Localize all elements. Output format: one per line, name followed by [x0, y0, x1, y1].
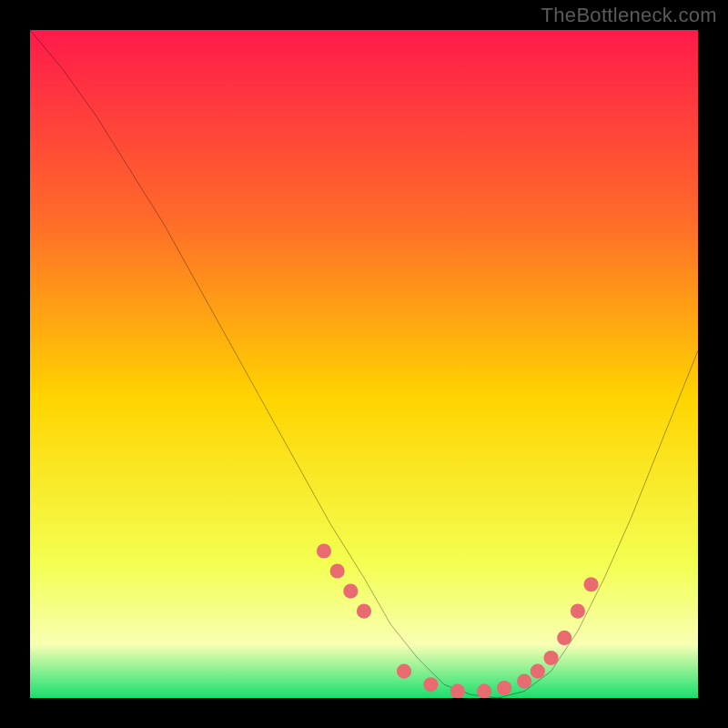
gradient-background: [30, 30, 698, 698]
marker-point: [343, 583, 358, 598]
marker-point: [477, 684, 491, 698]
marker-point: [450, 684, 465, 698]
chart-frame: TheBottleneck.com: [0, 0, 728, 728]
marker-point: [330, 563, 345, 578]
chart-plot-area: [30, 30, 698, 698]
marker-point: [423, 677, 438, 692]
marker-point: [531, 664, 545, 679]
marker-point: [583, 577, 598, 592]
marker-point: [357, 604, 371, 619]
marker-point: [397, 664, 411, 679]
marker-point: [557, 631, 571, 645]
marker-point: [517, 674, 531, 689]
marker-point: [543, 651, 558, 665]
marker-point: [571, 604, 585, 619]
marker-point: [497, 681, 511, 695]
marker-point: [317, 543, 331, 558]
watermark-text: TheBottleneck.com: [541, 4, 717, 27]
chart-svg: [30, 30, 698, 698]
